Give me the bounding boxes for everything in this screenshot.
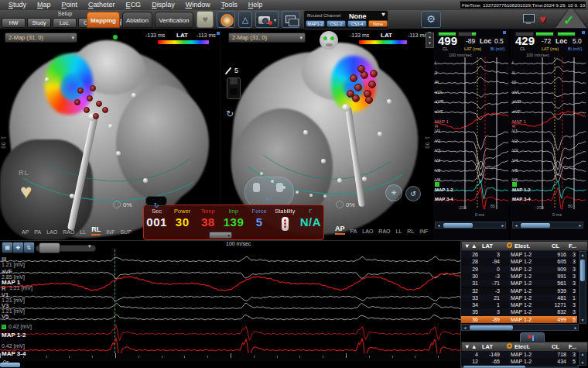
table-row[interactable]: 30-3MAP 1-29913: [461, 273, 577, 280]
scroll-right-arrow[interactable]: ▸: [500, 222, 506, 229]
settings-button[interactable]: ⚙: [421, 11, 441, 28]
scroll-left-arrow[interactable]: ◂: [513, 222, 519, 229]
table-row[interactable]: 341MAP 1-212713: [461, 301, 577, 308]
menu-item-map[interactable]: Map: [32, 0, 56, 10]
horizontal-scrollbar[interactable]: ◂ ▸: [461, 324, 579, 331]
snapshot-button[interactable]: ▾: [255, 11, 279, 28]
setup-button-study[interactable]: Study: [27, 18, 51, 28]
column-elect[interactable]: Elect.: [514, 343, 530, 350]
scroll-right-arrow[interactable]: ▸: [577, 222, 583, 229]
column-lat[interactable]: LAT: [482, 343, 493, 350]
opacity-control[interactable]: 0%: [336, 201, 355, 208]
table-row[interactable]: 290MAP 1-29093: [461, 266, 577, 273]
map-selector-dropdown[interactable]: 2-Map (31, 0)▾: [228, 33, 306, 43]
opacity-control[interactable]: 0%: [113, 201, 132, 208]
undo-rotate-button[interactable]: ↺: [405, 186, 421, 201]
orientation-pa[interactable]: PA: [350, 229, 357, 235]
scroll-down-arrow[interactable]: ▼: [579, 318, 586, 322]
filter-icon[interactable]: ▼: [464, 242, 470, 249]
routed-option-cs12[interactable]: CS1-2: [326, 20, 346, 27]
orientation-ll[interactable]: LL: [80, 229, 86, 236]
orientation-sup[interactable]: SUP: [120, 229, 131, 236]
tab-verification[interactable]: Verification: [155, 12, 193, 28]
heart-display-button[interactable]: ♥: [197, 11, 214, 28]
orientation-inf[interactable]: INF: [106, 229, 115, 236]
orientation-rl[interactable]: RL: [407, 229, 414, 235]
table-row[interactable]: 12-65MAP 1-24345: [461, 358, 577, 365]
scroll-down-arrow[interactable]: ▼: [579, 360, 586, 365]
map-selector-dropdown[interactable]: 2-Map (31, 0)▾: [5, 33, 77, 43]
column-f[interactable]: F...: [569, 242, 576, 249]
horizontal-scrollbar[interactable]: [461, 365, 579, 368]
window-layout-button[interactable]: [282, 11, 300, 28]
scroll-thumb[interactable]: [580, 260, 585, 281]
sort-icon[interactable]: ▲: [471, 343, 477, 350]
table-cell: 1: [569, 295, 576, 301]
marker-m-icon: [435, 182, 439, 187]
menu-item-catheter[interactable]: Catheter: [83, 0, 121, 10]
column-elect[interactable]: Elect.: [514, 242, 530, 249]
vertical-scrollbar[interactable]: ▲ ▼: [579, 251, 586, 324]
table-cell: 499: [548, 317, 566, 322]
tab-ablation[interactable]: Ablation: [122, 12, 152, 28]
setup-button-loc[interactable]: Loc.: [53, 18, 77, 28]
scroll-right-arrow[interactable]: ▸: [573, 325, 579, 331]
column-f[interactable]: F...: [569, 343, 576, 350]
orientation-ll[interactable]: LL: [396, 229, 402, 235]
menu-item-window[interactable]: Window: [180, 0, 216, 10]
ablation-refresh-chip[interactable]: ↻: [145, 196, 167, 206]
map-tool-button[interactable]: ✳: [385, 184, 402, 201]
sort-icon[interactable]: ▲: [471, 242, 477, 249]
color-palette-tool[interactable]: [227, 77, 241, 99]
table-row[interactable]: 32-3MAP 1-29393: [461, 287, 577, 294]
orientation-lao[interactable]: LAO: [362, 229, 373, 235]
orientation-rao[interactable]: RAO: [378, 229, 390, 235]
scroll-left-arrow[interactable]: ◂: [436, 222, 442, 229]
routed-option-none[interactable]: None: [368, 20, 388, 27]
setup-button-hw[interactable]: HW: [2, 18, 26, 28]
orientation-rl[interactable]: RL: [91, 225, 101, 236]
table-row[interactable]: 263MAP 1-29163: [461, 251, 577, 258]
scroll-thumb[interactable]: [521, 223, 550, 228]
menu-item-display[interactable]: Display: [146, 0, 180, 10]
gain-spinner[interactable]: ▴▾: [426, 33, 434, 48]
scroll-thumb[interactable]: [470, 325, 513, 330]
orientation-ap[interactable]: AP: [335, 225, 345, 235]
orientation-lao[interactable]: LAO: [46, 229, 57, 236]
table-cell: 30: [463, 273, 478, 279]
rotate-icon[interactable]: ↻: [226, 108, 234, 119]
menu-item-point[interactable]: Point: [56, 0, 84, 10]
table-row[interactable]: 31-71MAP 1-25613: [461, 280, 577, 287]
horizontal-scrollbar[interactable]: ◂▸: [512, 222, 583, 229]
orientation-compass-button[interactable]: [217, 11, 235, 28]
menu-item-tools[interactable]: Tools: [216, 0, 243, 10]
filter-icon[interactable]: ▼: [464, 343, 470, 350]
scrollbar-thumb[interactable]: [0, 363, 20, 367]
tab-mapping[interactable]: Mapping: [87, 12, 120, 28]
routed-option-map12[interactable]: MAP1-2: [306, 20, 325, 27]
vertical-scrollbar[interactable]: ▲ ▼: [579, 351, 586, 366]
table-row[interactable]: 36-89MAP 1-24995: [461, 316, 577, 323]
scroll-up-arrow[interactable]: ▲: [579, 352, 586, 356]
table-row[interactable]: 3321MAP 1-24811: [461, 294, 577, 301]
column-lat[interactable]: LAT: [482, 242, 493, 249]
scroll-thumb[interactable]: [443, 223, 473, 228]
column-cl[interactable]: CL: [552, 242, 559, 249]
table-row[interactable]: 4-149MAP 1-27183: [461, 351, 577, 358]
orientation-inf[interactable]: INF: [419, 229, 428, 235]
table-row[interactable]: 353MAP 1-28323: [461, 308, 577, 315]
table-row[interactable]: 28-94MAP 1-26053: [461, 258, 577, 265]
map-controller[interactable]: ▾: [244, 177, 294, 208]
catheter-view-button[interactable]: △: [238, 11, 252, 28]
scroll-left-arrow[interactable]: ◂: [462, 325, 468, 331]
orientation-pa[interactable]: PA: [34, 229, 41, 236]
routed-option-cs34[interactable]: CS3-4: [347, 20, 367, 27]
menu-item-help[interactable]: Help: [243, 0, 268, 10]
orientation-ap[interactable]: AP: [22, 229, 29, 236]
column-cl[interactable]: CL: [552, 343, 559, 350]
orientation-rao[interactable]: RAO: [63, 229, 74, 236]
menu-item-ecg[interactable]: ECG: [121, 0, 147, 10]
menu-item-study[interactable]: Study: [3, 0, 32, 10]
horizontal-scrollbar[interactable]: ◂▸: [435, 222, 506, 229]
scroll-up-arrow[interactable]: ▲: [579, 253, 586, 257]
